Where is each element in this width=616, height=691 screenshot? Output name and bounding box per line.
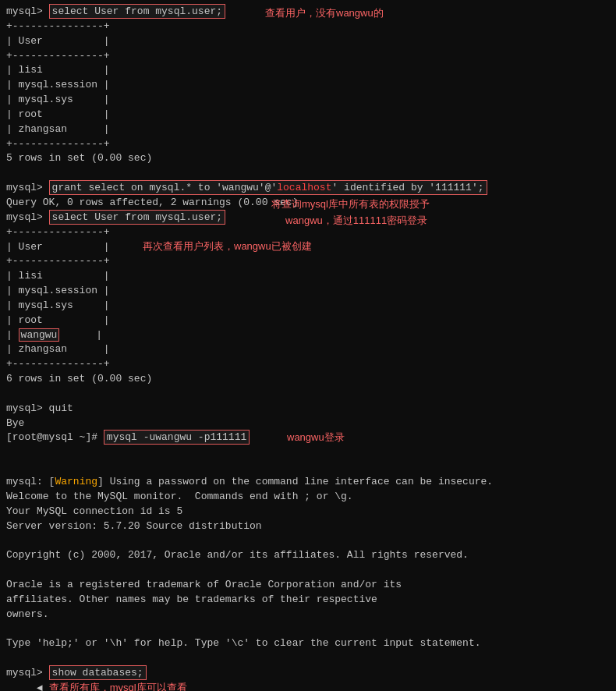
table1-header: | User | [6,34,610,49]
bash-prompt: [root@mysql ~]# [6,431,104,443]
table1-border3: +---------------+ [6,137,610,152]
blank1 [6,166,610,181]
cmd-show-databases: show databases; [49,665,147,680]
table2-border3: +---------------+ [6,357,610,372]
blank3 [6,533,610,548]
cmd-mysql-login: mysql -uwangwu -p111111 [104,430,250,445]
line-copyright: Copyright (c) 2000, 2017, Oracle and/or … [6,548,610,563]
table1-border2: +---------------+ [6,49,610,64]
line-connid: Your MySQL connection id is 5 [6,505,610,519]
table2-border2: +---------------+ [6,254,610,269]
table2-root: | root | [6,314,610,328]
blank5 [6,622,610,636]
prompt-1: mysql> [6,5,49,17]
line-oracle3: owners. [6,608,610,622]
line-welcome: Welcome to the MySQL monitor. Commands e… [6,490,610,505]
prompt-showdb: mysql> [6,667,49,679]
terminal: mysql> select User from mysql.user; 查看用户… [0,0,616,691]
line-grant: mysql> grant select on mysql.* to 'wangw… [6,181,610,196]
line-bash-login: [root@mysql ~]# mysql -uwangwu -p111111 … [6,431,610,475]
table1-border1: +---------------+ [6,19,610,34]
annotation-grant: 将查询mysql库中所有表的权限授予 wangwu，通过111111密码登录 [271,197,430,229]
cmd-select-user-1: select User from mysql.user; [49,4,225,19]
line-bye: Bye [6,416,610,431]
line-oracle2: affiliates. Other names may be trademark… [6,593,610,608]
table1-lisi: | lisi | [6,63,610,78]
table2-zhangsan: | zhangsan | [6,342,610,357]
annotation-recheck: 再次查看用户列表，wangwu已被创建 [143,239,312,254]
blank4 [6,563,610,578]
line-help: Type 'help;' or '\h' for help. Type '\c'… [6,636,610,651]
prompt-grant: mysql> [6,182,49,193]
blank6 [6,651,610,666]
warning-text: Warning [55,476,97,487]
table2-session: | mysql.session | [6,284,610,299]
wangwu-cell: wangwu [19,328,60,342]
cmd-select-user-2: select User from mysql.user; [49,210,225,225]
table1-rows: 5 rows in set (0.00 sec) [6,151,610,166]
table1-session: | mysql.session | [6,78,610,93]
table2-sys: | mysql.sys | [6,299,610,314]
line-select-user-1: mysql> select User from mysql.user; 查看用户… [6,5,610,19]
table2-rows: 6 rows in set (0.00 sec) [6,372,610,387]
blank2 [6,387,610,402]
line-quit: mysql> quit [6,402,610,416]
line-warning: mysql: [Warning] Using a password on the… [6,475,610,490]
table2-lisi: | lisi | [6,269,610,284]
line-oracle1: Oracle is a registered trademark of Orac… [6,578,610,593]
line-show-db: mysql> show databases; ◄ 查看所有库，mysql库可以查… [6,666,610,691]
line-version: Server version: 5.7.20 Source distributi… [6,519,610,534]
annotation-showdb: 查看所有库，mysql库可以查看 [49,682,187,691]
table1-root: | root | [6,108,610,122]
annotation-no-wangwu: 查看用户，没有wangwu的 [265,6,384,21]
cmd-grant: grant select on mysql.* to 'wangwu'@'loc… [49,180,487,195]
annotation-wangwu-login: wangwu登录 [287,431,345,445]
arrow-showdb: ◄ [30,682,48,691]
prompt-2: mysql> [6,211,49,223]
table2-wangwu: | wangwu | [6,328,610,343]
table1-sys: | mysql.sys | [6,93,610,108]
table1-zhangsan: | zhangsan | [6,122,610,137]
